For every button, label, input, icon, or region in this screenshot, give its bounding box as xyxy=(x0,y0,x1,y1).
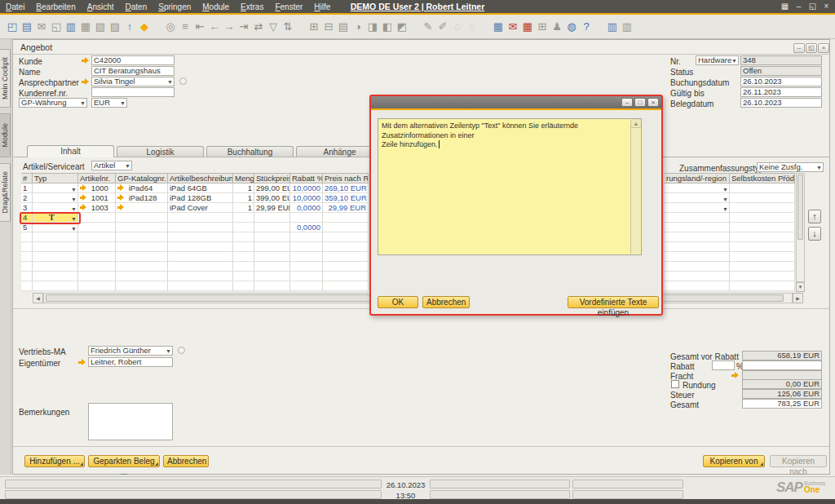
sidebar-item-mein-cockpit[interactable]: Mein Cockpit xyxy=(0,49,11,108)
grid-cell[interactable] xyxy=(254,232,290,242)
grid-cell[interactable] xyxy=(78,213,116,223)
report-icon[interactable]: ▦ xyxy=(520,19,535,35)
column-header-rungsland-region[interactable]: rungsland/-region xyxy=(665,173,730,183)
tab-inhalt[interactable]: Inhalt xyxy=(27,145,114,157)
grid-cell[interactable]: iPad128 xyxy=(116,193,168,203)
move-row-down-button[interactable]: ↓ xyxy=(808,227,821,241)
grid-cell[interactable] xyxy=(21,232,33,242)
grid-cell[interactable] xyxy=(665,213,730,223)
grid-cell[interactable] xyxy=(33,272,78,281)
grid-cell[interactable] xyxy=(116,262,168,272)
grid-cell[interactable] xyxy=(33,242,78,252)
user-defined-fields-icon[interactable]: ▥ xyxy=(605,19,620,35)
grid-cell[interactable] xyxy=(323,242,369,252)
refresh-icon[interactable]: ⇄ xyxy=(251,19,266,35)
belegserie-combo[interactable]: Hardware▼ xyxy=(696,55,739,65)
grid-scroll-left-icon[interactable]: ◀ xyxy=(33,293,43,303)
ansprechpartner-combo[interactable]: Silvia Tingel▼ xyxy=(91,77,175,86)
grid-cell[interactable] xyxy=(116,223,168,232)
grid-cell[interactable] xyxy=(665,252,730,262)
sort-icon[interactable]: ⇅ xyxy=(281,19,295,35)
grid-cell[interactable]: 1 xyxy=(21,183,33,193)
fracht-link-arrow-icon[interactable] xyxy=(731,371,740,379)
grid-cell[interactable]: iPad 128GB xyxy=(168,193,233,203)
grid-cell[interactable] xyxy=(78,262,116,272)
comment-icon[interactable]: ◌ xyxy=(450,19,465,35)
email-icon[interactable]: ✉ xyxy=(34,19,49,35)
serviceart-combo[interactable]: Artikel▼ xyxy=(91,161,132,170)
dialog-titlebar[interactable]: – □ × xyxy=(371,96,661,108)
grid-cell[interactable]: ▼ xyxy=(665,183,730,193)
chevron-down-icon[interactable]: ▼ xyxy=(722,195,728,203)
target-document-icon[interactable]: ◩ xyxy=(395,19,409,35)
grid-cell[interactable] xyxy=(730,213,795,223)
grid-cell[interactable] xyxy=(730,203,795,213)
grid-cell[interactable] xyxy=(78,281,116,291)
menu-fenster[interactable]: Fenster xyxy=(269,2,308,11)
grid-cell[interactable]: 299,00 EUR xyxy=(254,183,290,193)
grid-cell[interactable]: iPad Cover xyxy=(168,203,233,213)
grid-cell[interactable] xyxy=(116,213,168,223)
org-chart-icon[interactable]: ⊞ xyxy=(535,19,550,35)
grid-cell[interactable] xyxy=(78,252,116,262)
grid-cell[interactable] xyxy=(78,242,116,252)
eigentuemer-field[interactable]: Leitner, Robert xyxy=(88,357,173,367)
list-icon[interactable]: ≡ xyxy=(178,19,192,35)
kunde-field[interactable]: C42000 xyxy=(91,55,175,65)
chevron-down-icon[interactable]: ▼ xyxy=(722,185,728,193)
grid-cell[interactable] xyxy=(233,272,254,281)
chevron-down-icon[interactable]: ▼ xyxy=(71,214,77,223)
grid-cell[interactable]: 4 xyxy=(21,213,33,223)
bemerkungen-textarea[interactable] xyxy=(88,403,173,440)
grid-cell[interactable] xyxy=(78,223,116,232)
waehrung-value-combo[interactable]: EUR▼ xyxy=(91,98,127,108)
first-record-icon[interactable]: ⇤ xyxy=(192,19,207,35)
tab-buchhaltung[interactable]: Buchhaltung xyxy=(206,146,294,157)
menu-datei[interactable]: Datei xyxy=(0,2,30,11)
rundung-checkbox[interactable] xyxy=(671,380,679,388)
ansprechpartner-link-arrow-icon[interactable] xyxy=(81,77,90,86)
grid-cell[interactable] xyxy=(78,232,116,242)
abbrechen-button[interactable]: Abbrechen xyxy=(163,455,209,467)
column-header-preis-nach-rabatt[interactable]: Preis nach Rabatt xyxy=(323,173,369,183)
grid-cell[interactable] xyxy=(254,281,290,291)
link-arrow-icon[interactable] xyxy=(80,204,89,211)
buchungsdatum-field[interactable]: 26.10.2023 xyxy=(740,77,822,86)
grid-cell[interactable] xyxy=(168,232,233,242)
next-record-icon[interactable]: → xyxy=(222,19,236,35)
column-header-gp-katalognr-[interactable]: GP-Katalognr. xyxy=(116,173,168,183)
grid-cell[interactable]: 0,0000 xyxy=(290,223,323,232)
grid-cell[interactable] xyxy=(21,262,33,272)
print-layout-icon[interactable]: ▥ xyxy=(64,19,78,35)
hinzufuegen-button[interactable]: Hinzufügen ... xyxy=(24,455,85,467)
belegdatum-field[interactable]: 26.10.2023 xyxy=(740,98,822,108)
grid-cell[interactable]: 1 xyxy=(233,193,254,203)
grid-cell[interactable]: 2 xyxy=(21,193,33,203)
grid-cell[interactable] xyxy=(78,272,116,281)
grid-cell[interactable] xyxy=(116,203,168,213)
grid-cell[interactable] xyxy=(21,272,33,281)
menu-ansicht[interactable]: Ansicht xyxy=(82,2,120,11)
link-arrow-icon[interactable] xyxy=(80,184,89,192)
grid-cell[interactable] xyxy=(323,213,369,223)
grid-cell[interactable] xyxy=(290,262,323,272)
print-preview-icon[interactable]: ◰ xyxy=(5,19,20,35)
help-icon[interactable]: ? xyxy=(579,19,594,35)
grid-cell[interactable]: 399,00 EUR xyxy=(254,193,290,203)
filter-icon[interactable]: ▽ xyxy=(266,19,281,35)
grid-cell[interactable] xyxy=(730,223,795,232)
grid-cell[interactable] xyxy=(254,242,290,252)
chat-icon[interactable]: ◌ xyxy=(465,19,479,35)
grid-cell[interactable] xyxy=(323,232,369,242)
geparkten-beleg-button[interactable]: Geparkten Beleg ... xyxy=(88,455,160,467)
user-defined-values-icon[interactable]: ▥ xyxy=(620,19,634,35)
grid-cell[interactable]: 29,99 EUR xyxy=(323,203,369,213)
export-word-icon[interactable]: ▧ xyxy=(93,19,108,35)
find-icon[interactable]: ◎ xyxy=(163,19,178,35)
grid-cell[interactable] xyxy=(254,252,290,262)
menu-daten[interactable]: Daten xyxy=(120,2,153,11)
copy-to-icon[interactable]: ⊞ xyxy=(307,19,321,35)
gp-waehrung-combo[interactable]: GP-Währung▼ xyxy=(19,98,87,108)
chevron-down-icon[interactable]: ▼ xyxy=(722,205,728,213)
grid-cell[interactable] xyxy=(665,223,730,232)
